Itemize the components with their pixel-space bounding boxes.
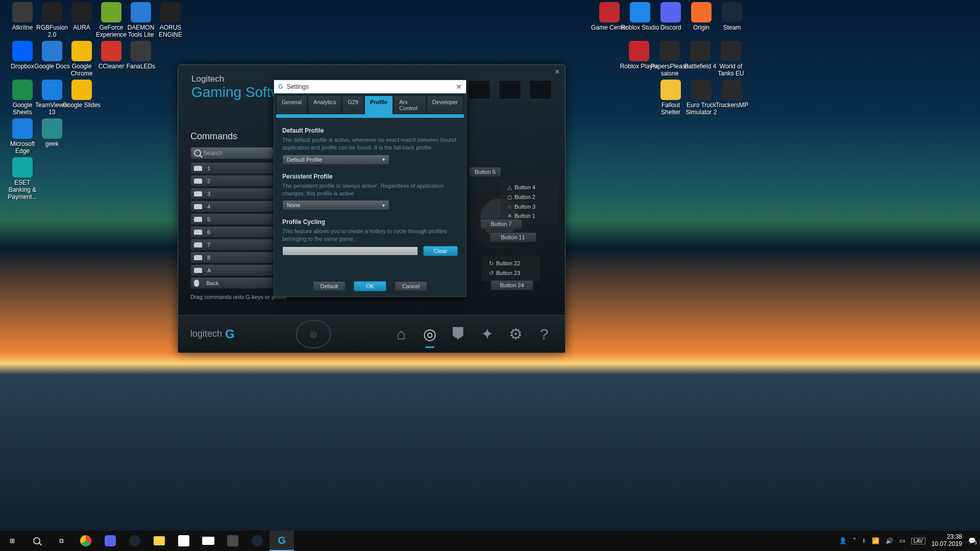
taskbar-store[interactable] xyxy=(172,531,196,551)
ok-button[interactable]: OK xyxy=(354,281,386,291)
tab-profile[interactable]: Profile xyxy=(364,95,393,114)
callout-button-22[interactable]: ↻Button 22 xyxy=(485,259,537,268)
task-view-button[interactable]: ⧉ xyxy=(49,531,74,551)
desktop-icon[interactable]: AORUS ENGINE xyxy=(151,2,190,38)
search-icon xyxy=(194,149,201,157)
tray-language[interactable]: LAV xyxy=(911,538,925,544)
desktop-icon[interactable]: FanaLEDs xyxy=(121,41,160,70)
tab-analytics[interactable]: Analytics xyxy=(308,95,341,114)
default-profile-desc: The default profile is active, whenever … xyxy=(282,136,458,152)
close-icon[interactable]: ✕ xyxy=(456,83,462,91)
wheel-icon xyxy=(194,255,202,260)
tray-chevron-icon[interactable]: ˄ xyxy=(853,537,856,544)
default-button[interactable]: Default xyxy=(313,281,346,291)
taskbar-chrome[interactable] xyxy=(74,531,98,551)
callout-group-rotary: ↻Button 22 ↺Button 23 xyxy=(482,256,540,281)
desktop-icon[interactable]: Steam xyxy=(713,2,751,31)
settings-title-text: Settings xyxy=(287,83,309,90)
brand-footer: logitechG xyxy=(190,327,235,341)
wheel-icon xyxy=(194,268,202,273)
taskbar-explorer[interactable] xyxy=(147,531,172,551)
tray-notifications-icon[interactable]: 💬3 xyxy=(968,537,976,544)
taskbar-discord[interactable] xyxy=(98,531,122,551)
chevron-down-icon: ▾ xyxy=(382,157,385,162)
wheel-icon xyxy=(194,242,202,247)
wheel-icon xyxy=(194,217,202,222)
callout-button-23[interactable]: ↺Button 23 xyxy=(485,269,537,278)
gear-icon[interactable]: ⚙ xyxy=(507,325,524,343)
start-button[interactable]: ⊞ xyxy=(0,531,24,551)
command-row[interactable]: 4 xyxy=(190,201,274,212)
tab-developer[interactable]: Developer xyxy=(427,95,463,114)
profile-slot[interactable] xyxy=(468,80,491,99)
command-row[interactable]: 3 xyxy=(190,188,274,199)
desktop-icon[interactable]: ESET Banking & Payment... xyxy=(3,157,42,201)
command-row[interactable]: 7 xyxy=(190,239,274,251)
tab-g29[interactable]: G29 xyxy=(342,95,364,114)
taskbar-lgs[interactable]: G xyxy=(270,531,294,551)
wheel-config-icon[interactable]: ◎ xyxy=(421,325,438,343)
tray-volume-icon[interactable]: 🔊 xyxy=(886,537,893,544)
search-button[interactable] xyxy=(24,531,49,551)
callout-button-5[interactable]: Button 5 xyxy=(469,167,501,177)
persistent-profile-dropdown[interactable]: None▾ xyxy=(282,200,389,210)
tray-people-icon[interactable]: 👤 xyxy=(839,537,847,544)
command-row[interactable]: Back xyxy=(190,277,274,289)
callout-button-2[interactable]: ◻Button 2 xyxy=(503,193,555,202)
desktop-icon[interactable]: Google Slides xyxy=(62,80,101,109)
taskbar-steam[interactable] xyxy=(122,531,147,551)
settings-dialog: G Settings ✕ GeneralAnalyticsG29ProfileA… xyxy=(274,80,467,297)
tray-battery-icon[interactable]: ▭ xyxy=(899,537,905,544)
desktop-icon[interactable]: World of Tanks EU xyxy=(712,41,750,77)
input-icon[interactable]: ✦ xyxy=(478,325,496,343)
callout-button-11[interactable]: Button 11 xyxy=(489,232,536,242)
cancel-button[interactable]: Cancel xyxy=(395,281,427,291)
profile-slot[interactable] xyxy=(529,80,552,99)
settings-tabs: GeneralAnalyticsG29ProfileArx ControlDev… xyxy=(274,93,466,114)
tray-bluetooth-icon[interactable]: ᚼ xyxy=(862,537,866,544)
taskbar: ⊞ ⧉ G 👤 ˄ ᚼ 📶 🔊 ▭ LAV 23:38 10.07.2019 💬… xyxy=(0,531,980,551)
wheel-icon xyxy=(194,166,202,171)
tray-date: 10.07.2019 xyxy=(932,541,962,548)
command-row[interactable]: A xyxy=(190,264,274,276)
home-icon[interactable]: ⌂ xyxy=(393,325,410,343)
close-icon[interactable]: × xyxy=(553,68,562,77)
callout-button-24[interactable]: Button 24 xyxy=(491,280,533,290)
search-input[interactable]: Search xyxy=(190,147,274,159)
tab-general[interactable]: General xyxy=(276,95,307,114)
profile-slots xyxy=(468,80,552,99)
cycling-hotkey-input[interactable] xyxy=(282,246,418,256)
wheel-area: Button 5 △Button 4 ◻Button 2 ○Button 3 ✕… xyxy=(469,131,555,302)
tray-network-icon[interactable]: 📶 xyxy=(872,537,879,544)
default-profile-dropdown[interactable]: Default Profile▾ xyxy=(282,155,389,165)
command-row[interactable]: 1 xyxy=(190,162,274,174)
pedals-icon[interactable]: ⛊ xyxy=(450,325,467,343)
profile-cycling-header: Profile Cycling xyxy=(282,218,458,226)
taskbar-mail[interactable] xyxy=(196,531,220,551)
desktop-icon[interactable]: TruckersMP xyxy=(713,80,751,109)
desktop-icon[interactable]: geek xyxy=(33,118,71,147)
help-icon[interactable]: ? xyxy=(535,325,553,343)
settings-titlebar: G Settings ✕ xyxy=(274,80,466,93)
callout-button-3[interactable]: ○Button 3 xyxy=(503,203,555,211)
tray-clock[interactable]: 23:38 10.07.2019 xyxy=(932,534,962,548)
command-row[interactable]: 2 xyxy=(190,175,274,187)
tab-arx-control[interactable]: Arx Control xyxy=(394,95,426,114)
search-placeholder: Search xyxy=(203,149,223,157)
command-row[interactable]: 5 xyxy=(190,213,274,225)
default-profile-header: Default Profile xyxy=(282,127,458,134)
callout-button-7[interactable]: Button 7 xyxy=(480,219,522,229)
chevron-down-icon: ▾ xyxy=(382,203,385,208)
device-thumbnail[interactable]: ◎ xyxy=(296,320,331,348)
command-row[interactable]: 8 xyxy=(190,252,274,263)
profile-slot[interactable] xyxy=(499,80,521,99)
wheel-icon xyxy=(194,191,202,196)
taskbar-app1[interactable] xyxy=(220,531,245,551)
clear-button[interactable]: Clear xyxy=(423,246,458,256)
taskbar-steam2[interactable] xyxy=(245,531,270,551)
wheel-icon xyxy=(194,179,202,184)
commands-panel: Commands Search 12345678ABack Drag comma… xyxy=(190,131,287,300)
callout-group-right: △Button 4 ◻Button 2 ○Button 3 ✕Button 1 xyxy=(501,180,558,224)
callout-button-4[interactable]: △Button 4 xyxy=(503,183,555,192)
command-row[interactable]: 6 xyxy=(190,226,274,238)
